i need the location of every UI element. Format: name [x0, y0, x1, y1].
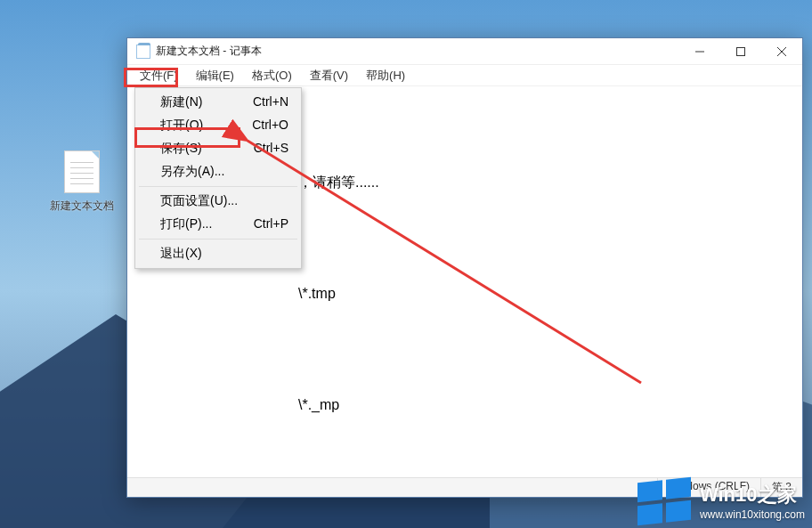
- maximize-button[interactable]: [720, 38, 761, 65]
- menu-item-saveas[interactable]: 另存为(A)...: [137, 160, 299, 183]
- titlebar[interactable]: 新建文本文档 - 记事本: [127, 38, 802, 65]
- menu-item-save[interactable]: 保存(S) Ctrl+S: [137, 137, 299, 160]
- minimize-button[interactable]: [679, 38, 720, 65]
- menu-item-shortcut: [271, 246, 288, 262]
- window-controls: [679, 38, 802, 65]
- text-line: \*.tmp: [147, 275, 797, 313]
- menu-item-label: 保存(S): [160, 141, 202, 157]
- menu-format[interactable]: 格式(O): [243, 66, 301, 85]
- close-button[interactable]: [761, 38, 802, 65]
- menu-edit[interactable]: 编辑(E): [187, 66, 243, 85]
- windows-logo-icon: [637, 477, 691, 525]
- menu-help[interactable]: 帮助(H): [357, 66, 414, 85]
- notepad-icon: [136, 45, 150, 59]
- menu-item-new[interactable]: 新建(N) Ctrl+N: [137, 91, 299, 114]
- watermark-url: www.win10xitong.com: [700, 508, 805, 521]
- menubar: 文件(F) 编辑(E) 格式(O) 查看(V) 帮助(H): [127, 65, 802, 86]
- window-title: 新建文本文档 - 记事本: [156, 44, 262, 59]
- menu-item-print[interactable]: 打印(P)... Ctrl+P: [137, 213, 299, 236]
- menu-item-shortcut: Ctrl+N: [235, 94, 288, 110]
- watermark: Win10之家 www.win10xitong.com: [637, 480, 805, 523]
- menu-separator: [139, 239, 297, 240]
- text-line: \*._mp: [147, 386, 797, 424]
- menu-item-label: 打开(O)...: [160, 118, 214, 134]
- svg-rect-0: [737, 47, 745, 55]
- menu-item-shortcut: Ctrl+S: [236, 141, 288, 157]
- menu-item-shortcut: [271, 193, 288, 209]
- menu-item-shortcut: Ctrl+P: [236, 216, 288, 232]
- watermark-title: Win10之家: [700, 482, 805, 508]
- menu-item-label: 新建(N): [160, 94, 202, 110]
- menu-item-shortcut: [271, 164, 288, 180]
- menu-separator: [139, 186, 297, 187]
- menu-item-exit[interactable]: 退出(X): [137, 242, 299, 265]
- desktop-icon-label: 新建文本文档: [45, 199, 119, 214]
- menu-item-label: 页面设置(U)...: [160, 193, 238, 209]
- menu-item-shortcut: Ctrl+O: [234, 118, 288, 134]
- file-menu-dropdown: 新建(N) Ctrl+N 打开(O)... Ctrl+O 保存(S) Ctrl+…: [134, 87, 302, 269]
- status-spacer: [127, 478, 657, 497]
- menu-item-open[interactable]: 打开(O)... Ctrl+O: [137, 114, 299, 137]
- menu-item-label: 另存为(A)...: [160, 164, 224, 180]
- menu-file[interactable]: 文件(F): [131, 66, 187, 85]
- desktop-file-icon[interactable]: 新建文本文档: [45, 150, 119, 214]
- menu-item-label: 退出(X): [160, 246, 202, 262]
- menu-item-pagesetup[interactable]: 页面设置(U)...: [137, 190, 299, 213]
- menu-item-label: 打印(P)...: [160, 216, 212, 232]
- text-file-icon: [64, 150, 100, 193]
- menu-view[interactable]: 查看(V): [301, 66, 357, 85]
